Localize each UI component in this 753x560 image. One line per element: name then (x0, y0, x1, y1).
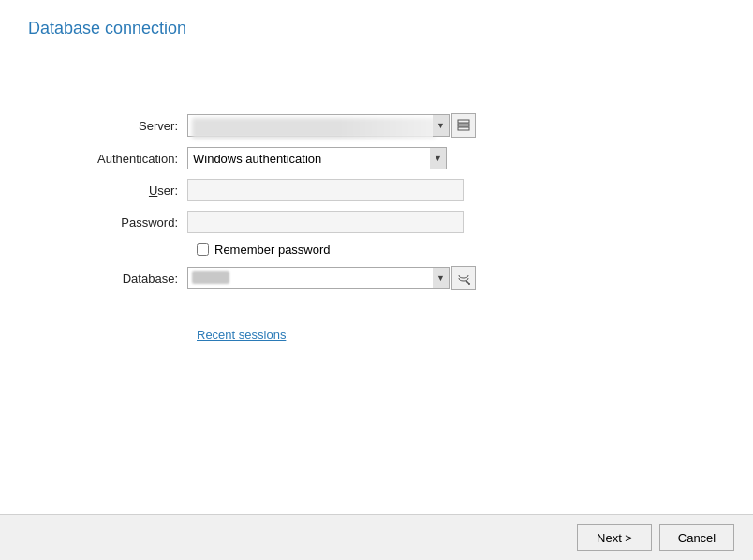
database-label: Database: (84, 272, 187, 286)
form-area: Server: ▼ Authentication: (28, 113, 725, 342)
password-label: Password: (84, 215, 187, 229)
password-row: Password: (84, 211, 464, 233)
database-row: Database: ▼ (84, 266, 476, 290)
database-select-wrap: ▼ (187, 267, 450, 289)
page-title: Database connection (28, 19, 725, 38)
server-label: Server: (84, 119, 187, 133)
svg-rect-0 (458, 120, 469, 123)
cancel-button[interactable]: Cancel (659, 524, 734, 551)
next-button[interactable]: Next > (577, 524, 652, 551)
footer: Next > Cancel (0, 514, 753, 560)
remember-password-row: Remember password (197, 243, 331, 257)
auth-select-container: Windows authentication SQL Server authen… (187, 147, 447, 169)
database-browse-button[interactable] (451, 266, 476, 290)
authentication-label: Authentication: (84, 152, 187, 166)
user-input[interactable] (187, 179, 464, 201)
authentication-select[interactable]: Windows authentication SQL Server authen… (187, 147, 447, 169)
server-select-wrap: ▼ (187, 114, 450, 137)
authentication-row: Authentication: Windows authentication S… (84, 147, 447, 169)
user-label: User: (84, 184, 187, 198)
remember-password-label[interactable]: Remember password (214, 243, 331, 257)
server-browse-icon (457, 119, 470, 132)
server-select[interactable] (187, 114, 450, 137)
database-select[interactable] (187, 267, 450, 289)
main-content: Database connection Server: ▼ (0, 0, 753, 514)
database-browse-icon (457, 272, 470, 285)
password-input[interactable] (187, 211, 464, 233)
svg-point-5 (468, 283, 470, 285)
server-browse-button[interactable] (451, 113, 476, 138)
recent-sessions-link[interactable]: Recent sessions (197, 328, 286, 342)
server-row: Server: ▼ (84, 113, 476, 138)
svg-rect-2 (458, 127, 469, 130)
svg-rect-1 (458, 124, 469, 126)
user-row: User: (84, 179, 464, 201)
remember-password-checkbox[interactable] (197, 243, 209, 256)
